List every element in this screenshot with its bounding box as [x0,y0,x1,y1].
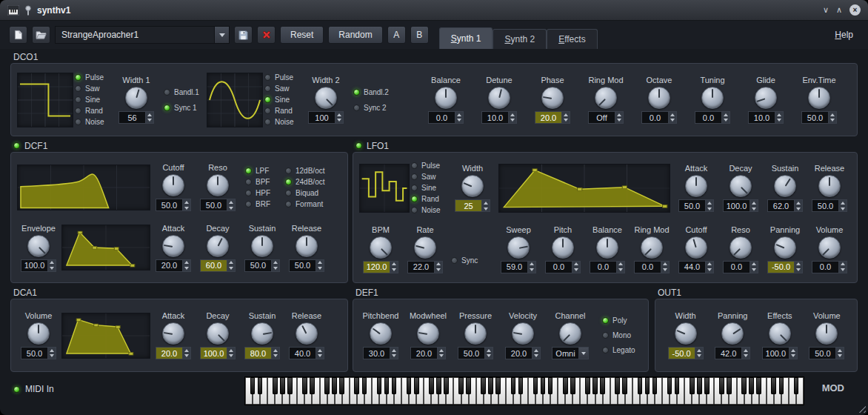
def1-option-poly[interactable]: Poly [602,316,644,325]
spin-down-icon[interactable] [183,265,190,271]
spin-up-icon[interactable] [438,348,445,353]
piano-key-black[interactable] [511,377,516,394]
osc1-option-sync-1[interactable]: Sync 1 [164,104,201,112]
knob-dial-decay[interactable] [207,322,229,345]
piano-key-black[interactable] [704,377,710,394]
piano-key-black[interactable] [779,377,784,394]
spinbox-phase[interactable]: 20.0 [535,111,570,124]
knob-dial-sweep[interactable] [507,236,530,259]
spinbox-ring-mod[interactable]: Off [588,111,624,124]
knob-dial-tuning[interactable] [701,87,724,109]
knob-dial-volume[interactable] [818,236,841,259]
spin-down-icon[interactable] [272,265,279,271]
spin-up-icon[interactable] [183,199,190,205]
spin-down-icon[interactable] [435,267,442,273]
tab-effects[interactable]: Effects [547,29,597,49]
close-icon[interactable]: × [849,4,861,16]
tab-synth-1[interactable]: Synth 1 [439,27,493,49]
spinbox-volume[interactable]: 50.0 [809,347,844,359]
knob-dial-cutoff[interactable] [162,174,184,196]
piano-key-black[interactable] [697,377,702,394]
spin-up-icon[interactable] [789,348,797,353]
reset-button[interactable]: Reset [280,26,324,44]
spinbox-attack[interactable]: 20.0 [156,259,191,272]
spin-down-icon[interactable] [661,267,669,273]
piano-key-black[interactable] [273,377,278,394]
spinbox-rate[interactable]: 22.0 [407,261,443,273]
spinbox-velocity[interactable]: 20.0 [505,347,541,359]
spin-up-icon[interactable] [227,348,235,353]
spin-up-icon[interactable] [528,262,535,268]
knob-dial-panning[interactable] [774,236,796,259]
piano-key-black[interactable] [384,377,390,394]
spinbox-envelope[interactable]: 100.0 [21,259,56,272]
knob-dial-env-time[interactable] [808,87,830,109]
piano-key-black[interactable] [287,377,293,394]
osc2-option-sine[interactable]: Sine [264,96,303,104]
knob-dial-reso[interactable] [207,174,229,196]
knob-dial-width[interactable] [675,322,697,345]
help-menu[interactable]: Help [829,27,859,43]
spinbox-volume[interactable]: 0.0 [812,261,847,273]
spinbox-width[interactable]: -50.0 [668,347,704,359]
spin-down-icon[interactable] [706,206,713,212]
spin-down-icon[interactable] [742,353,750,359]
pin-icon[interactable] [24,5,32,16]
spin-up-icon[interactable] [617,262,624,268]
dcf1-option-12db-oct[interactable]: 12dB/oct [285,167,330,175]
knob-dial-balance[interactable] [435,87,457,109]
random-button[interactable]: Random [328,26,382,44]
osc2-option-saw[interactable]: Saw [264,84,303,93]
spin-down-icon[interactable] [750,206,758,212]
spinbox-pitchbend[interactable]: 30.0 [363,347,398,359]
piano-key-black[interactable] [310,377,315,394]
piano-key-black[interactable] [533,377,538,394]
spinbox-width-2[interactable]: 100 [308,111,344,124]
spinbox-reso[interactable]: 50.0 [200,199,236,211]
spinbox-decay[interactable]: 100.0 [723,199,758,212]
spin-up-icon[interactable] [836,348,844,353]
spin-up-icon[interactable] [146,112,153,118]
open-preset-button[interactable] [32,26,50,44]
piano-key-black[interactable] [481,377,486,394]
spin-down-icon[interactable] [509,118,516,124]
midi-in-indicator[interactable]: MIDI In [13,384,54,394]
lfo1-option-pulse[interactable]: Pulse [411,162,450,170]
piano-key-black[interactable] [794,377,799,394]
spin-up-icon[interactable] [750,262,758,268]
spinbox-width-1[interactable]: 56 [118,111,154,124]
osc1-option-rand[interactable]: Rand [75,107,113,115]
spin-down-icon[interactable] [695,353,703,359]
osc1-wave-display[interactable] [17,73,73,127]
lfo1-shape-display[interactable] [498,164,670,213]
spin-down-icon[interactable] [706,267,713,273]
spinbox-cutoff[interactable]: 50.0 [156,199,191,211]
piano-key-black[interactable] [749,377,754,394]
knob-dial-volume[interactable] [27,322,50,345]
spin-up-icon[interactable] [390,348,398,353]
spin-down-icon[interactable] [775,118,783,124]
piano-key-black[interactable] [600,377,605,394]
tune-b-button[interactable]: B [410,26,429,44]
osc2-option-noise[interactable]: Noise [264,118,303,126]
spin-up-icon[interactable] [706,262,713,268]
minimize-icon[interactable]: ∨ [823,6,829,14]
piano-key-black[interactable] [518,377,524,394]
knob-dial-detune[interactable] [488,87,510,109]
knob-dial-sustain[interactable] [251,235,273,257]
spin-down-icon[interactable] [227,353,235,359]
dcf1-option-bpf[interactable]: BPF [245,178,284,186]
spin-up-icon[interactable] [183,348,190,353]
knob-dial-decay[interactable] [207,235,229,257]
dcf1-envelope-display[interactable] [61,225,150,270]
spin-down-icon[interactable] [390,267,398,273]
knob-dial-modwheel[interactable] [417,322,439,345]
spinbox-detune[interactable]: 10.0 [481,111,517,124]
piano-key-black[interactable] [392,377,397,394]
knob-dial-rate[interactable] [414,236,436,259]
spin-up-icon[interactable] [795,200,802,206]
piano-key-black[interactable] [741,377,747,394]
spinbox-attack[interactable]: 20.0 [156,347,191,359]
spin-down-icon[interactable] [750,267,758,273]
spin-up-icon[interactable] [695,348,703,353]
